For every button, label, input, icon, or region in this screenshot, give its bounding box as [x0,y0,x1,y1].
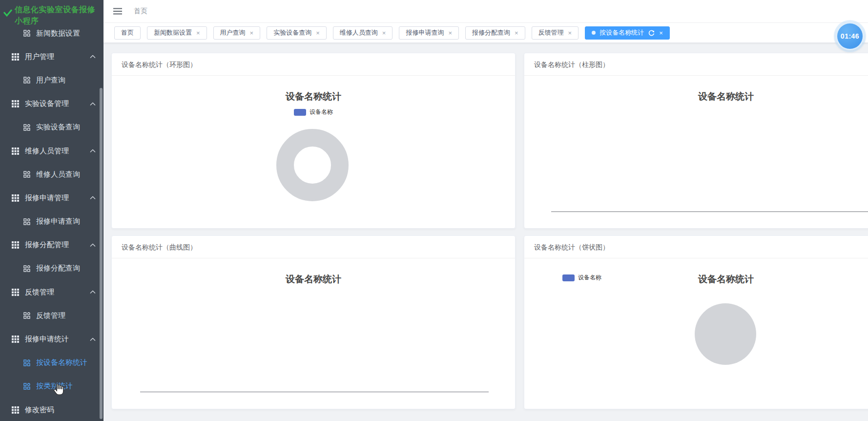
sidebar-group-label: 报修申请管理 [25,193,69,203]
sidebar-group-repair-assignment-management[interactable]: 报修分配管理 [0,233,103,257]
ring-chart[interactable]: 设备名称统计 设备名称 [112,76,515,228]
sidebar-group-lab-equipment-management[interactable]: 实验设备管理 [0,92,103,116]
sidebar-item-news-data-settings[interactable]: 新闻数据设置 [0,21,103,45]
close-icon[interactable]: × [448,30,452,36]
panel-device-stats-pie: 设备名称统计（饼状图） 设备名称统计 设备名称 [524,235,868,409]
x-axis-line [140,392,489,392]
sidebar-item-feedback-management[interactable]: 反馈管理 [0,304,103,327]
hamburger-icon[interactable] [113,8,122,15]
sidebar-item-change-password[interactable]: 修改密码 [0,398,103,421]
sidebar-item-label: 按设备名称统计 [36,358,87,367]
grid-icon [12,289,19,296]
sidebar-item-maintenance-staff-query[interactable]: 维修人员查询 [0,163,103,186]
grid-icon [12,147,19,155]
tab-feedback-management[interactable]: 反馈管理× [532,26,579,40]
chevron-up-icon [90,55,96,59]
sidebar-group-feedback-management[interactable]: 反馈管理 [0,280,103,304]
check-logo-icon [3,9,13,17]
line-chart[interactable]: 设备名称统计 [112,258,515,408]
close-icon[interactable]: × [196,30,200,36]
sidebar-item-label: 维修人员查询 [36,170,80,179]
sidebar-group-repair-request-stats[interactable]: 报修申请统计 [0,327,103,351]
sidebar-group-maintenance-staff-management[interactable]: 维修人员管理 [0,139,103,163]
sidebar-item-user-query[interactable]: 用户查询 [0,68,103,92]
sidebar-menu: 新闻数据设置 用户管理 用户查询 实验设备管理 实验设备查询 维修人员管理 [0,21,103,421]
panel-device-stats-ring: 设备名称统计（环形图） 设备名称统计 设备名称 [111,53,516,229]
close-icon[interactable]: × [316,30,320,36]
tab-maintenance-staff-query[interactable]: 维修人员查询× [333,26,393,40]
close-icon[interactable]: × [515,30,518,36]
chart-title: 设备名称统计 [112,273,515,286]
sidebar-item-label: 实验设备查询 [36,123,80,132]
sidebar-item-label: 按类别统计 [36,381,73,391]
sidebar: 信息化实验室设备报修小程序 新闻数据设置 用户管理 用户查询 实验设备管理 实验… [0,0,103,421]
refresh-icon[interactable] [648,30,655,36]
sidebar-item-label: 报修申请查询 [36,217,80,226]
sidebar-group-repair-request-management[interactable]: 报修申请管理 [0,186,103,210]
tab-label: 反馈管理 [538,28,564,37]
sidebar-group-label: 反馈管理 [25,288,54,297]
main-content: 设备名称统计（环形图） 设备名称统计 设备名称 设备名称统计（柱形图） 设备名称… [103,43,868,421]
sidebar-group-user-management[interactable]: 用户管理 [0,45,103,68]
tab-label: 报修分配查询 [472,28,510,37]
legend-swatch [294,109,306,116]
grid-icon [12,336,19,343]
tab-label: 用户查询 [220,28,246,37]
submenu-grid-icon [23,265,30,272]
submenu-grid-icon [23,312,30,319]
breadcrumb[interactable]: 首页 [134,7,147,16]
close-icon[interactable]: × [382,30,386,36]
tab-lab-equipment-query[interactable]: 实验设备查询× [267,26,327,40]
sidebar-group-label: 报修申请统计 [25,335,69,344]
sidebar-item-label: 修改密码 [25,405,54,415]
chevron-up-icon [90,149,96,153]
tab-repair-request-query[interactable]: 报修申请查询× [399,26,459,40]
chart-title: 设备名称统计 [112,90,515,103]
tab-news-data-settings[interactable]: 新闻数据设置× [147,26,207,40]
close-icon[interactable]: × [568,30,572,36]
chevron-up-icon [90,196,96,200]
x-axis-line [551,211,868,212]
tab-label: 按设备名称统计 [599,28,644,37]
tab-bar: 首页 新闻数据设置× 用户查询× 实验设备查询× 维修人员查询× 报修申请查询×… [103,23,868,43]
grid-icon [12,53,19,61]
sidebar-item-repair-request-query[interactable]: 报修申请查询 [0,210,103,233]
tab-repair-assignment-query[interactable]: 报修分配查询× [465,26,525,40]
submenu-grid-icon [23,383,30,390]
chevron-up-icon [90,243,96,247]
bar-chart[interactable]: 设备名称统计 [524,76,868,228]
submenu-grid-icon [23,77,30,84]
top-navbar: 首页 [103,0,868,23]
sidebar-item-lab-equipment-query[interactable]: 实验设备查询 [0,116,103,139]
tab-label: 报修申请查询 [406,28,444,37]
chart-title: 设备名称统计 [524,90,868,103]
grid-icon [12,194,19,202]
submenu-grid-icon [23,30,30,37]
close-icon[interactable]: × [250,30,254,36]
grid-icon [12,241,19,249]
close-icon[interactable]: × [659,30,663,36]
tab-label: 首页 [121,28,134,37]
sidebar-item-label: 用户查询 [36,76,65,85]
tab-label: 实验设备查询 [273,28,311,37]
chevron-up-icon [90,291,96,294]
sidebar-item-stats-by-category[interactable]: 按类别统计 [0,375,103,398]
tab-stats-by-device-name[interactable]: 按设备名称统计 × [585,26,670,40]
panel-header: 设备名称统计（柱形图） [524,53,868,76]
tab-home[interactable]: 首页 [114,26,141,40]
panel-device-stats-bar: 设备名称统计（柱形图） 设备名称统计 [524,53,868,229]
sidebar-item-label: 反馈管理 [36,311,65,320]
panel-header: 设备名称统计（环形图） [112,53,515,76]
sidebar-item-repair-assignment-query[interactable]: 报修分配查询 [0,257,103,280]
sidebar-scrollbar[interactable] [100,88,103,419]
pie-chart[interactable]: 设备名称统计 设备名称 [524,258,868,408]
recording-timer-badge[interactable]: 01:46 [836,22,864,50]
chart-legend[interactable]: 设备名称 [112,108,515,116]
tab-label: 维修人员查询 [340,28,378,37]
chart-legend[interactable]: 设备名称 [562,274,601,282]
grid-icon [12,100,19,107]
submenu-grid-icon [23,218,30,225]
tab-user-query[interactable]: 用户查询× [213,26,261,40]
sidebar-item-label: 新闻数据设置 [36,29,80,38]
sidebar-item-stats-by-device-name[interactable]: 按设备名称统计 [0,351,103,375]
